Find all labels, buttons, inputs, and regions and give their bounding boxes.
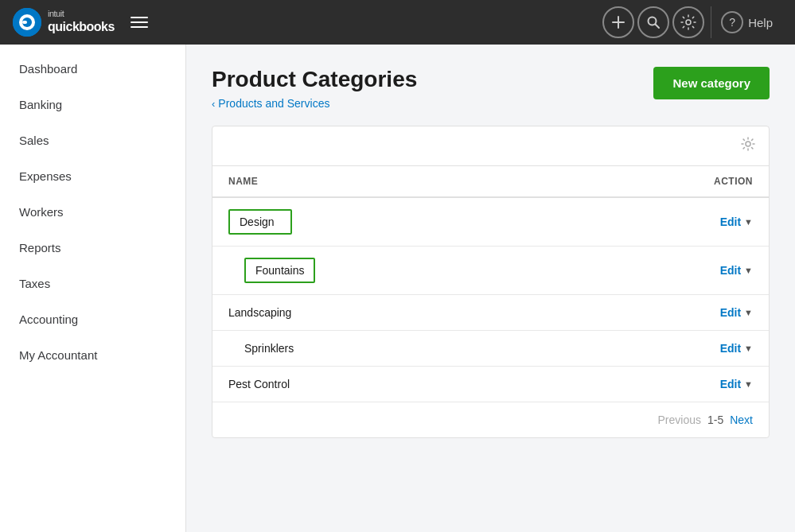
settings-button[interactable] bbox=[672, 6, 704, 38]
sidebar-item-my-accountant[interactable]: My Accountant bbox=[0, 337, 185, 373]
svg-point-8 bbox=[686, 20, 691, 25]
pagination: Previous 1-5 Next bbox=[212, 402, 769, 437]
action-column-header: ACTION bbox=[561, 166, 769, 197]
dropdown-arrow-icon: ▼ bbox=[744, 344, 753, 353]
dropdown-arrow-icon: ▼ bbox=[744, 217, 753, 227]
dropdown-arrow-icon: ▼ bbox=[744, 266, 753, 275]
svg-rect-3 bbox=[22, 21, 27, 24]
table-row: Pest Control Edit ▼ bbox=[212, 367, 769, 402]
sidebar-item-taxes[interactable]: Taxes bbox=[0, 266, 185, 301]
top-navigation: intuit quickbooks ? bbox=[0, 0, 795, 45]
new-category-button[interactable]: New category bbox=[653, 67, 770, 99]
table-row: Sprinklers Edit ▼ bbox=[212, 331, 769, 367]
edit-pest-control-button[interactable]: Edit ▼ bbox=[720, 378, 753, 390]
logo-area: intuit quickbooks bbox=[13, 8, 115, 37]
table-row: Design Edit ▼ bbox=[212, 197, 769, 247]
action-cell: Edit ▼ bbox=[561, 247, 769, 295]
topnav-left: intuit quickbooks bbox=[13, 8, 151, 37]
category-name-cell: Fountains bbox=[212, 247, 561, 295]
edit-design-button[interactable]: Edit ▼ bbox=[720, 216, 753, 228]
edit-landscaping-button[interactable]: Edit ▼ bbox=[720, 306, 753, 319]
page-header: Product Categories ‹ Products and Servic… bbox=[212, 67, 770, 110]
topnav-right: ? Help bbox=[602, 6, 782, 38]
action-cell: Edit ▼ bbox=[561, 367, 769, 402]
edit-sprinklers-button[interactable]: Edit ▼ bbox=[720, 342, 753, 355]
sidebar-item-sales[interactable]: Sales bbox=[0, 122, 185, 158]
sidebar-item-dashboard[interactable]: Dashboard bbox=[0, 51, 185, 87]
name-column-header: NAME bbox=[212, 166, 561, 197]
product-categories-table-card: NAME ACTION Design Edit ▼ bbox=[212, 126, 770, 438]
breadcrumb-label: Products and Services bbox=[218, 97, 329, 110]
sidebar-item-reports[interactable]: Reports bbox=[0, 230, 185, 266]
add-button[interactable] bbox=[602, 6, 634, 38]
help-label: Help bbox=[748, 16, 773, 29]
table-toolbar bbox=[212, 126, 769, 166]
hamburger-menu[interactable] bbox=[127, 14, 151, 31]
sidebar-item-expenses[interactable]: Expenses bbox=[0, 158, 185, 194]
breadcrumb-chevron-icon: ‹ bbox=[212, 98, 215, 110]
category-name-cell: Pest Control bbox=[212, 367, 561, 402]
category-name-cell: Design bbox=[212, 197, 561, 247]
help-button[interactable]: ? Help bbox=[711, 6, 782, 38]
table-row: Landscaping Edit ▼ bbox=[212, 295, 769, 331]
sidebar: Dashboard Banking Sales Expenses Workers… bbox=[0, 45, 186, 532]
table-header: NAME ACTION bbox=[212, 166, 769, 197]
fountains-category-label: Fountains bbox=[244, 258, 315, 283]
svg-line-7 bbox=[656, 25, 660, 29]
search-button[interactable] bbox=[637, 6, 669, 38]
category-name-cell: Sprinklers bbox=[212, 331, 561, 367]
table-body: Design Edit ▼ Fountains bbox=[212, 197, 769, 402]
edit-fountains-button[interactable]: Edit ▼ bbox=[720, 264, 753, 277]
category-name-cell: Landscaping bbox=[212, 295, 561, 331]
design-category-label: Design bbox=[228, 209, 292, 235]
logo-text: intuit quickbooks bbox=[48, 10, 115, 35]
page-title-area: Product Categories ‹ Products and Servic… bbox=[212, 67, 417, 110]
help-icon: ? bbox=[721, 11, 743, 33]
quickbooks-logo-icon bbox=[13, 8, 41, 37]
svg-point-9 bbox=[746, 142, 750, 146]
dropdown-arrow-icon: ▼ bbox=[744, 379, 753, 389]
breadcrumb[interactable]: ‹ Products and Services bbox=[212, 97, 417, 110]
dropdown-arrow-icon: ▼ bbox=[744, 308, 753, 317]
sidebar-item-accounting[interactable]: Accounting bbox=[0, 301, 185, 337]
sidebar-item-workers[interactable]: Workers bbox=[0, 194, 185, 230]
pagination-next-button[interactable]: Next bbox=[730, 414, 753, 426]
pagination-previous: Previous bbox=[658, 414, 701, 426]
categories-table: NAME ACTION Design Edit ▼ bbox=[212, 166, 769, 402]
sidebar-item-banking[interactable]: Banking bbox=[0, 87, 185, 122]
table-row: Fountains Edit ▼ bbox=[212, 247, 769, 295]
table-settings-button[interactable] bbox=[740, 136, 756, 156]
main-content: Product Categories ‹ Products and Servic… bbox=[186, 45, 795, 532]
app-layout: Dashboard Banking Sales Expenses Workers… bbox=[0, 45, 795, 532]
action-cell: Edit ▼ bbox=[561, 331, 769, 367]
action-cell: Edit ▼ bbox=[561, 197, 769, 247]
pagination-range: 1-5 bbox=[707, 414, 723, 426]
action-cell: Edit ▼ bbox=[561, 295, 769, 331]
page-title: Product Categories bbox=[212, 67, 417, 92]
